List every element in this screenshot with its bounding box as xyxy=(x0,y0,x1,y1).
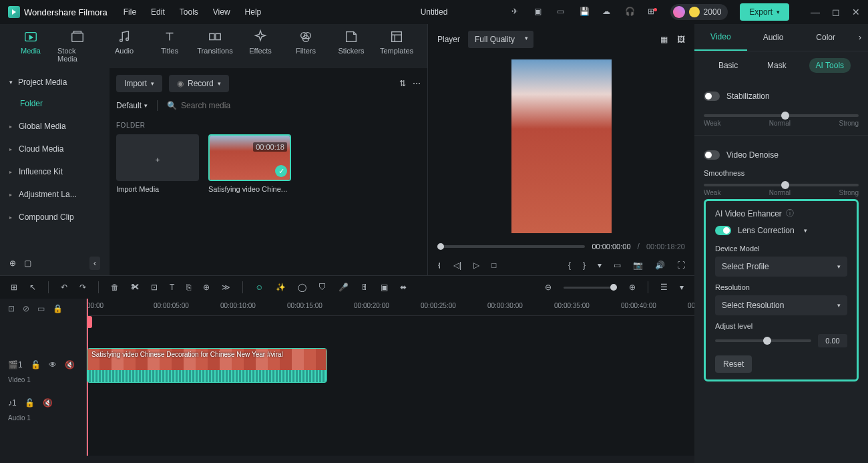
tab-transitions[interactable]: Transitions xyxy=(196,29,234,63)
mark-in-icon[interactable]: { xyxy=(568,261,571,270)
audio-track-icon[interactable]: ♪1 xyxy=(8,398,17,408)
resolution-select[interactable]: Select Resolution▾ xyxy=(715,295,847,315)
text-icon[interactable]: T xyxy=(170,283,174,292)
range-icon[interactable]: ⬌ xyxy=(400,283,407,292)
sidebar-adjustment[interactable]: Adjustment La... xyxy=(0,183,110,206)
track-mute-icon[interactable]: 🔇 xyxy=(65,360,75,369)
stabilization-toggle[interactable] xyxy=(704,92,720,101)
list-icon[interactable]: ☰ xyxy=(660,283,668,292)
tab-stickers[interactable]: Stickers xyxy=(333,29,370,63)
settings-icon[interactable]: ▾ xyxy=(680,283,684,292)
sidebar-influence[interactable]: Influence Kit xyxy=(0,160,110,183)
device-icon[interactable]: ▣ xyxy=(534,7,545,17)
redo-icon[interactable]: ↷ xyxy=(79,283,86,292)
preview-area[interactable] xyxy=(428,55,694,238)
quality-dropdown[interactable]: Full Quality xyxy=(468,31,533,48)
mixer-icon[interactable]: 🎚 xyxy=(361,283,369,292)
picture-icon[interactable]: 🖼 xyxy=(677,35,685,44)
new-folder-icon[interactable]: ⊕ xyxy=(9,259,16,268)
timeline-clip[interactable]: Satisfying video Chinese Decoration for … xyxy=(87,348,327,383)
lens-toggle[interactable] xyxy=(715,226,731,235)
tab-effects[interactable]: Effects xyxy=(242,29,279,63)
fullscreen-icon[interactable]: ⛶ xyxy=(677,261,685,270)
audio-mute-icon[interactable]: 🔇 xyxy=(43,398,53,408)
cloud-icon[interactable]: ☁ xyxy=(602,7,613,17)
menu-tools[interactable]: Tools xyxy=(180,7,198,17)
copy-icon[interactable]: ⎘ xyxy=(186,283,191,292)
th-icon-2[interactable]: ⊘ xyxy=(23,304,29,313)
crop-icon[interactable]: ⊡ xyxy=(151,283,158,292)
timeline-ruler[interactable]: 00:0000:00:05:0000:00:10:0000:00:15:0000… xyxy=(87,299,694,316)
circle-icon[interactable]: ◯ xyxy=(298,283,306,292)
import-button[interactable]: Import▾ xyxy=(116,75,162,92)
sidebar-global[interactable]: Global Media xyxy=(0,115,110,138)
subtab-aitools[interactable]: AI Tools xyxy=(809,58,851,73)
tab-stock[interactable]: Stock Media xyxy=(57,29,97,63)
tab-filters[interactable]: Filters xyxy=(287,29,324,63)
volume-icon[interactable]: 🔊 xyxy=(655,261,665,270)
sort-dropdown[interactable]: Default▾ xyxy=(116,101,148,110)
subtab-mask[interactable]: Mask xyxy=(761,58,793,73)
undo-icon[interactable]: ↶ xyxy=(61,283,67,292)
import-media-card[interactable]: + Import Media xyxy=(116,134,199,193)
rp-tab-video[interactable]: Video xyxy=(694,24,747,51)
group-icon[interactable]: ▣ xyxy=(381,283,388,292)
shield-icon[interactable]: ⛉ xyxy=(318,283,327,292)
mark-out-icon[interactable]: } xyxy=(583,261,586,270)
tab-titles[interactable]: Titles xyxy=(151,29,188,63)
headphone-icon[interactable]: 🎧 xyxy=(625,7,636,17)
coin-balance[interactable]: 2000 xyxy=(670,4,728,20)
tab-media[interactable]: Media xyxy=(12,29,49,63)
help-icon[interactable]: ⓘ xyxy=(786,208,794,219)
chevron-right-icon[interactable]: › xyxy=(852,33,868,42)
tl-grid-icon[interactable]: ⊞ xyxy=(11,283,17,292)
export-button[interactable]: Export▾ xyxy=(740,3,789,21)
smoothness-slider[interactable] xyxy=(704,184,859,186)
more-tl-icon[interactable]: ≫ xyxy=(222,283,230,292)
adjust-value[interactable]: 0.00 xyxy=(818,334,847,347)
folder-icon[interactable]: ▢ xyxy=(24,259,31,268)
minimize-button[interactable]: — xyxy=(811,7,820,17)
video-track-icon[interactable]: 🎬1 xyxy=(8,360,23,369)
ai2-icon[interactable]: ✨ xyxy=(276,283,286,292)
snapshot-icon[interactable]: 📷 xyxy=(633,261,643,270)
maximize-button[interactable]: ◻ xyxy=(832,7,840,17)
sidebar-cloud[interactable]: Cloud Media xyxy=(0,138,110,160)
track-area[interactable]: 00:0000:00:05:0000:00:10:0000:00:15:0000… xyxy=(87,299,694,456)
menu-help[interactable]: Help xyxy=(245,7,262,17)
play-icon[interactable]: ▷ xyxy=(473,261,479,270)
progress-bar[interactable] xyxy=(437,245,585,248)
close-button[interactable]: ✕ xyxy=(852,7,860,17)
record-button[interactable]: ◉Record▾ xyxy=(169,75,229,92)
sidebar-compound[interactable]: Compound Clip xyxy=(0,206,110,228)
denoise-toggle[interactable] xyxy=(704,150,720,160)
collapse-icon[interactable]: ‹ xyxy=(89,257,100,270)
audio-lock-icon[interactable]: 🔓 xyxy=(25,398,35,408)
tab-audio[interactable]: Audio xyxy=(105,29,143,63)
tl-cursor-icon[interactable]: ↖ xyxy=(29,283,36,292)
send-icon[interactable]: ✈ xyxy=(511,7,522,17)
reset-button[interactable]: Reset xyxy=(715,355,752,373)
sidebar-project-media[interactable]: Project Media xyxy=(0,72,110,92)
screen-icon[interactable]: ▭ xyxy=(557,7,568,17)
ai-icon[interactable]: ☺ xyxy=(255,283,263,292)
save-icon[interactable]: 💾 xyxy=(580,7,590,17)
tab-templates[interactable]: Templates xyxy=(378,29,415,63)
marker-icon[interactable]: ▾ xyxy=(598,261,602,270)
filter-icon[interactable]: ⇅ xyxy=(399,79,406,88)
link-icon[interactable]: ⊕ xyxy=(203,283,210,292)
rp-tab-audio[interactable]: Audio xyxy=(747,25,800,50)
prev-icon[interactable]: ⦉ xyxy=(437,261,441,270)
th-icon-3[interactable]: ▭ xyxy=(37,304,45,313)
cut-icon[interactable]: ✀ xyxy=(131,283,139,292)
menu-file[interactable]: File xyxy=(124,7,136,17)
track-lock-icon[interactable]: 🔓 xyxy=(31,360,41,369)
adjust-slider[interactable] xyxy=(715,339,811,342)
menu-view[interactable]: View xyxy=(213,7,230,17)
subtab-basic[interactable]: Basic xyxy=(712,58,744,73)
sidebar-folder[interactable]: Folder xyxy=(0,92,110,115)
stop-icon[interactable]: □ xyxy=(491,261,496,270)
zoom-out-icon[interactable]: ⊖ xyxy=(545,283,552,292)
lock-icon[interactable]: 🔒 xyxy=(53,304,63,313)
mic-icon[interactable]: 🎤 xyxy=(339,283,349,292)
